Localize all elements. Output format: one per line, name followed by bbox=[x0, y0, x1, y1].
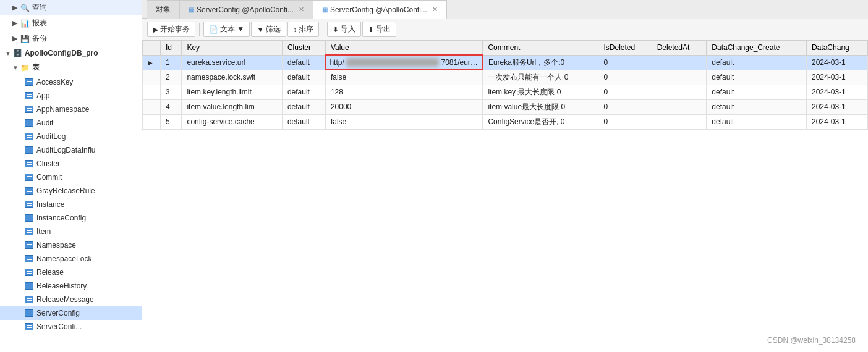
col-header-id[interactable]: Id bbox=[161, 41, 182, 56]
cell-value: 20000 bbox=[325, 99, 483, 114]
sidebar-tables-group[interactable]: ▼ 📁 表 bbox=[0, 60, 142, 75]
export-button[interactable]: ⬆ 导出 bbox=[362, 22, 396, 37]
tab-close-button[interactable]: ✕ bbox=[299, 6, 304, 14]
sidebar-item-apolloconfigdb[interactable]: ▼ 🗄️ ApolloConfigDB_pro bbox=[0, 46, 142, 60]
sidebar-item-namespace[interactable]: Namespace bbox=[0, 238, 142, 252]
table-icon bbox=[25, 214, 33, 222]
table-icon bbox=[25, 269, 33, 276]
table-icon bbox=[25, 255, 33, 262]
sidebar-item-audit[interactable]: Audit bbox=[0, 116, 142, 130]
col-header-cluster[interactable]: Cluster bbox=[282, 41, 325, 56]
sort-label: 排序 bbox=[299, 24, 313, 35]
import-label: 导入 bbox=[341, 24, 355, 35]
query-icon: 🔍 bbox=[20, 4, 30, 12]
cell-isdeleted: 0 bbox=[598, 114, 652, 129]
col-header-datachange[interactable]: DataChang bbox=[807, 41, 868, 56]
table-icon bbox=[25, 323, 33, 330]
cell-datachange: 2024-03-1 bbox=[807, 114, 868, 129]
cell-id: 5 bbox=[161, 114, 182, 129]
sidebar-db-label: ApolloConfigDB_pro bbox=[25, 49, 98, 57]
chevron-down-icon: ▼ bbox=[5, 50, 11, 57]
cell-comment: Eureka服务Url，多个:0 bbox=[483, 55, 598, 70]
cell-value: false bbox=[325, 70, 483, 85]
filter-button[interactable]: ▼ 筛选 bbox=[251, 22, 286, 37]
tab-serverconfig2[interactable]: ▦ ServerConfig @ApolloConfi... ✕ bbox=[313, 0, 447, 19]
sidebar-item-label: 报表 bbox=[32, 18, 47, 28]
sidebar-item-auditlogdatainflu[interactable]: AuditLogDataInflu bbox=[0, 143, 142, 157]
sidebar-item-backup[interactable]: ▶ 💾 备份 bbox=[0, 31, 142, 46]
col-header-comment[interactable]: Comment bbox=[483, 41, 598, 56]
tab-object[interactable]: 对象 bbox=[147, 0, 180, 19]
sort-button[interactable]: ↕ 排序 bbox=[287, 22, 319, 37]
cell-cluster: default bbox=[282, 55, 325, 70]
db-icon: 🗄️ bbox=[13, 49, 22, 57]
cell-cluster: default bbox=[282, 85, 325, 99]
sidebar-item-report[interactable]: ▶ 📊 报表 bbox=[0, 15, 142, 31]
arrow-right-icon: ▶ bbox=[12, 4, 17, 12]
table-icon bbox=[25, 92, 33, 99]
sidebar-item-release[interactable]: Release bbox=[0, 266, 142, 279]
table-row[interactable]: 5config-service.cachedefaultfalseConfigS… bbox=[143, 114, 868, 129]
table-row[interactable]: 4item.value.length.limdefault20000item v… bbox=[143, 99, 868, 114]
watermark: CSDN @weixin_38134258 bbox=[767, 336, 856, 345]
tab-serverconfig1[interactable]: ▦ ServerConfig @ApolloConfi... ✕ bbox=[180, 0, 313, 19]
sidebar-item-label: Release bbox=[36, 268, 64, 277]
separator bbox=[199, 23, 200, 36]
col-header-datachangecreated[interactable]: DataChange_Create bbox=[707, 41, 807, 56]
table-row[interactable]: ▶1eureka.service.urldefaulthttp/ XXXXXXX… bbox=[143, 55, 868, 70]
sidebar-item-accesskey[interactable]: AccessKey bbox=[0, 75, 142, 89]
text-button[interactable]: 📄 文本 ▼ bbox=[203, 22, 250, 37]
table-row[interactable]: 3item.key.length.limitdefault128item key… bbox=[143, 85, 868, 99]
col-header-rowmarker bbox=[143, 41, 161, 56]
cell-cluster: default bbox=[282, 99, 325, 114]
sidebar-item-grayrreleaserule[interactable]: GrayReleaseRule bbox=[0, 184, 142, 198]
sidebar-item-releasehistory[interactable]: ReleaseHistory bbox=[0, 279, 142, 293]
begin-transaction-button[interactable]: ▶ 开始事务 bbox=[147, 22, 195, 37]
table-icon bbox=[25, 78, 33, 86]
sidebar-item-query[interactable]: ▶ 🔍 查询 bbox=[0, 0, 142, 15]
sidebar-item-label: ServerConfi... bbox=[36, 322, 82, 331]
table-icon bbox=[25, 146, 33, 154]
cell-isdeleted: 0 bbox=[598, 55, 652, 70]
sidebar-item-serverconfig2[interactable]: ServerConfi... bbox=[0, 320, 142, 333]
table-icon bbox=[25, 119, 33, 127]
sidebar-item-appnamespace[interactable]: AppNamespace bbox=[0, 103, 142, 116]
tab-close-button[interactable]: ✕ bbox=[432, 6, 438, 14]
cell-isdeleted: 0 bbox=[598, 99, 652, 114]
sidebar-item-serverconfig[interactable]: ServerConfig bbox=[0, 306, 142, 320]
sort-icon: ↕ bbox=[293, 25, 297, 34]
sidebar-item-item[interactable]: Item bbox=[0, 225, 142, 238]
sidebar-item-releasemessage[interactable]: ReleaseMessage bbox=[0, 293, 142, 306]
col-header-key[interactable]: Key bbox=[182, 41, 283, 56]
import-button[interactable]: ⬇ 导入 bbox=[327, 22, 361, 37]
cell-deletedat bbox=[652, 55, 707, 70]
cell-datachangecreated: default bbox=[707, 85, 807, 99]
cell-key: item.key.length.limit bbox=[182, 85, 283, 99]
sidebar-item-cluster[interactable]: Cluster bbox=[0, 157, 142, 170]
begin-tx-label: 开始事务 bbox=[160, 24, 190, 35]
tab-bar: 对象 ▦ ServerConfig @ApolloConfi... ✕ ▦ Se… bbox=[142, 0, 868, 19]
sidebar-item-commit[interactable]: Commit bbox=[0, 170, 142, 184]
cell-id: 3 bbox=[161, 85, 182, 99]
cell-datachangecreated: default bbox=[707, 70, 807, 85]
cell-id: 2 bbox=[161, 70, 182, 85]
col-header-isdeleted[interactable]: IsDeleted bbox=[598, 41, 652, 56]
text-icon: 📄 bbox=[209, 25, 218, 34]
cell-key: config-service.cache bbox=[182, 114, 283, 129]
table-icon bbox=[25, 106, 33, 113]
sidebar-item-auditlog[interactable]: AuditLog bbox=[0, 130, 142, 143]
sidebar-item-instanceconfig[interactable]: InstanceConfig bbox=[0, 211, 142, 225]
col-header-deletedat[interactable]: DeletedAt bbox=[652, 41, 707, 56]
sidebar-item-label: 查询 bbox=[32, 2, 47, 13]
row-marker bbox=[143, 99, 161, 114]
table-row[interactable]: 2namespace.lock.switdefaultfalse一次发布只能有一… bbox=[143, 70, 868, 85]
table-icon bbox=[25, 241, 33, 249]
sidebar-item-instance[interactable]: Instance bbox=[0, 198, 142, 211]
sidebar-item-app[interactable]: App bbox=[0, 89, 142, 103]
col-header-value[interactable]: Value bbox=[325, 41, 483, 56]
data-table-container[interactable]: Id Key Cluster Value Comment IsDeleted D… bbox=[142, 40, 868, 352]
sidebar-item-label: Namespace bbox=[36, 241, 76, 249]
cell-deletedat bbox=[652, 99, 707, 114]
row-arrow-icon: ▶ bbox=[148, 59, 155, 66]
sidebar-item-namespacelock[interactable]: NamespaceLock bbox=[0, 252, 142, 266]
